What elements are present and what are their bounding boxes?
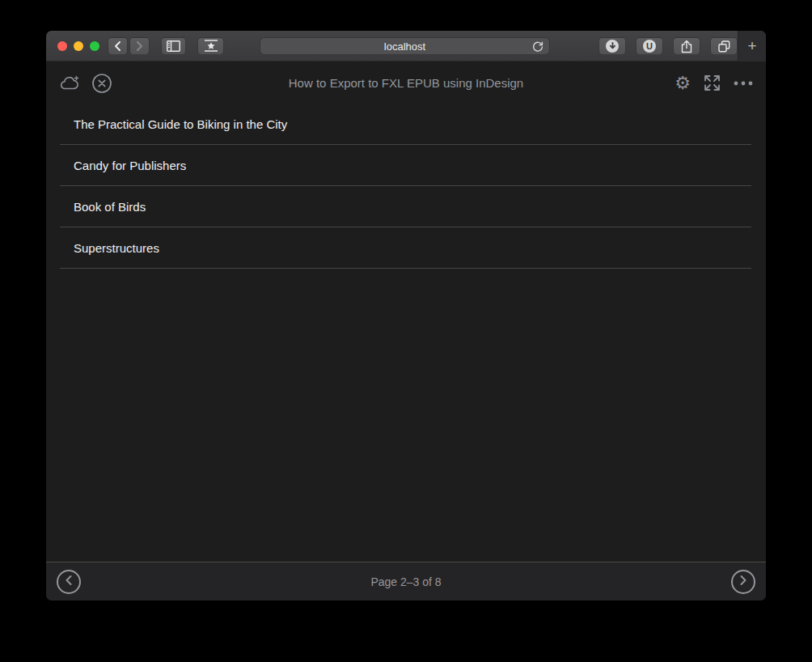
page-indicator: Page 2–3 of 8 [46,575,766,588]
share-icon [681,40,692,53]
reader-header: How to Export to FXL EPUB using InDesign… [46,62,766,104]
sidebar-icon [167,40,180,52]
extension-badge-icon: U [643,40,656,53]
downloads-button[interactable] [598,37,626,55]
next-page-button[interactable] [731,570,755,594]
close-reader-button[interactable] [91,73,112,94]
ellipsis-icon [734,81,753,86]
more-options-button[interactable] [734,81,753,86]
favorites-star-icon [204,40,218,52]
list-item-label: The Practical Guide to Biking in the Cit… [74,117,287,131]
download-icon [606,40,619,53]
new-tab-button[interactable]: + [738,31,766,62]
header-left-controls [59,73,112,94]
minimize-window-button[interactable] [74,41,83,51]
pager-footer: Page 2–3 of 8 [46,562,766,600]
cloud-add-icon [59,74,80,92]
list-item[interactable]: Candy for Publishers [46,145,766,186]
sidebar-toggle-button[interactable] [161,37,186,55]
chevron-left-icon [65,575,73,589]
url-text: localhost [384,40,425,53]
toolbar-right-buttons: U [598,37,738,55]
close-circle-icon [91,73,112,94]
favorites-button[interactable] [197,37,224,55]
chevron-right-icon [136,41,143,51]
expand-icon [703,74,721,92]
zoom-window-button[interactable] [90,41,99,51]
list-item-label: Book of Birds [74,200,146,214]
header-right-controls: ⚙ [675,74,753,92]
tab-overview-button[interactable] [710,37,738,55]
share-button[interactable] [673,37,700,55]
fullscreen-button[interactable] [703,74,721,92]
chevron-left-icon [114,41,121,51]
previous-page-button[interactable] [57,570,81,594]
tabs-icon [718,40,730,53]
list-item[interactable]: Book of Birds [46,186,766,227]
list-item[interactable]: The Practical Guide to Biking in the Cit… [46,104,766,145]
plus-icon: + [747,37,756,55]
browser-toolbar: localhost U [46,31,766,62]
book-list: The Practical Guide to Biking in the Cit… [46,104,766,269]
close-window-button[interactable] [57,41,67,51]
reload-icon[interactable] [531,40,544,57]
chevron-right-icon [739,575,747,589]
list-item-label: Candy for Publishers [74,159,186,172]
back-button[interactable] [108,37,128,55]
cloud-add-button[interactable] [59,74,80,92]
list-item-label: Superstructures [74,241,159,255]
list-item[interactable]: Superstructures [46,227,766,269]
extension-button[interactable]: U [636,37,663,55]
traffic-lights [57,41,99,51]
document-title: How to Export to FXL EPUB using InDesign [46,76,766,90]
forward-button[interactable] [129,37,150,55]
address-bar[interactable]: localhost [260,37,550,55]
gear-icon: ⚙ [675,74,691,92]
settings-button[interactable]: ⚙ [675,74,691,92]
browser-window: localhost U [46,31,766,600]
